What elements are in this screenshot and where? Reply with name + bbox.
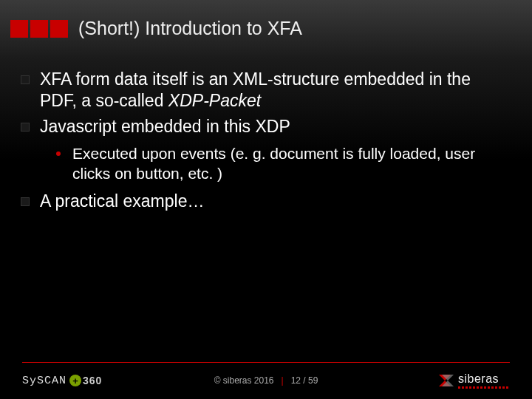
slide-footer: SySCAN + 360 © siberas 2016 | 12 / 59 si… [0,362,532,399]
slide-title-row: (Short!) Introduction to XFA [0,0,532,39]
bullet-text: A practical example… [40,191,204,211]
bullet-text-em: XDP-Packet [168,91,261,110]
bullet-item: A practical example… [21,191,502,212]
bullet-item: XFA form data itself is an XML-structure… [21,69,502,112]
slide-title: (Short!) Introduction to XFA [78,18,302,39]
plus-icon: + [69,375,81,386]
slide-content: XFA form data itself is an XML-structure… [0,39,532,212]
bullet-list: XFA form data itself is an XML-structure… [21,69,502,212]
siberas-text-block: siberas [458,373,510,389]
siberas-underline-icon [458,386,510,389]
sub-bullet-list: Executed upon events (e. g. document is … [40,144,502,183]
siberas-mark-icon [436,373,454,388]
siberas-name: siberas [458,373,510,385]
syscan-label: SySCAN [22,375,66,387]
red-square-icon [50,20,68,38]
footer-divider [22,362,510,363]
bullet-item: Javascript embedded in this XDP Executed… [21,116,502,183]
plus360-badge: + 360 [69,375,102,386]
sub-bullet-item: Executed upon events (e. g. document is … [40,144,502,183]
separator: | [282,375,284,386]
page-number: 12 / 59 [291,375,318,386]
red-square-icon [30,20,48,38]
label-360: 360 [83,375,102,386]
syscan360-logo: SySCAN + 360 [22,375,102,387]
copyright-text: © siberas 2016 [214,375,274,386]
red-square-icon [10,20,28,38]
sub-bullet-text: Executed upon events (e. g. document is … [72,145,475,181]
footer-center: © siberas 2016 | 12 / 59 [214,375,318,386]
title-squares-icon [10,20,68,38]
bullet-text: Javascript embedded in this XDP [40,117,290,136]
siberas-logo: siberas [436,373,510,389]
